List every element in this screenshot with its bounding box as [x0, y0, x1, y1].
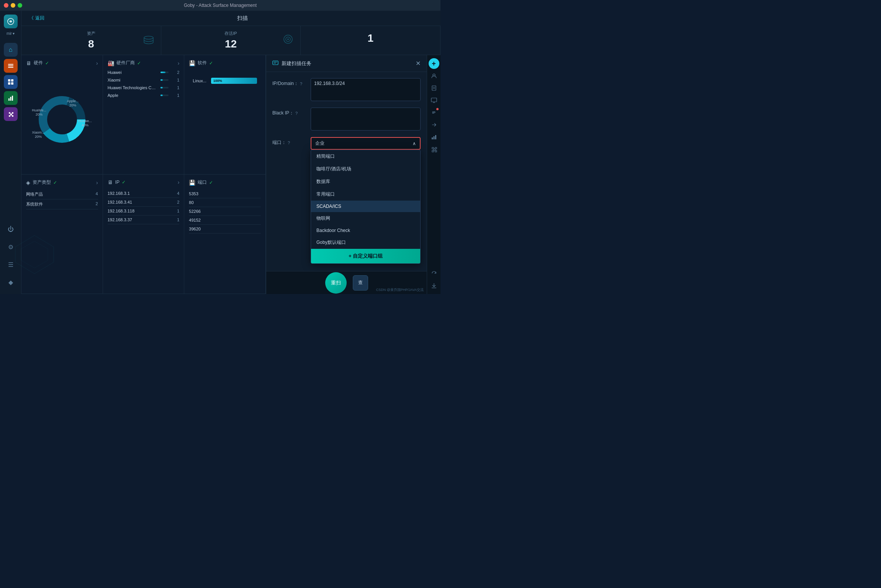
list-item: 49152: [189, 216, 261, 225]
port-option-goby-default[interactable]: Goby默认端口: [311, 236, 420, 249]
back-button[interactable]: 《 返回: [29, 15, 44, 21]
vendor-icon: 🏭: [108, 60, 114, 66]
port-title: 💾 端口 ✓: [189, 179, 213, 186]
ip-domain-textarea[interactable]: 192.168.3.0/24: [311, 78, 421, 101]
port-option-scada[interactable]: SCADA/ICS: [311, 201, 420, 212]
close-panel-button[interactable]: ✕: [416, 60, 421, 67]
list-item: 192.168.3.118 1: [108, 207, 180, 216]
svg-text:40%: 40%: [82, 123, 88, 127]
software-item: Linux... 100%: [193, 78, 257, 84]
close-button[interactable]: [4, 3, 8, 8]
main-header: 《 返回 扫描: [21, 11, 440, 26]
svg-text:Huawe...: Huawe...: [78, 119, 92, 123]
stat-assets-label: 资产: [87, 31, 95, 36]
add-port-group-button[interactable]: + 自定义端口组: [311, 249, 420, 263]
svg-rect-4: [8, 79, 10, 82]
black-ip-help-icon[interactable]: ?: [295, 111, 298, 116]
far-right-ip-icon[interactable]: IP: [429, 107, 439, 118]
rescan-button[interactable]: 重扫: [325, 272, 347, 294]
far-right-download-icon[interactable]: [429, 280, 439, 291]
far-right-refresh-icon[interactable]: [429, 268, 439, 279]
svg-rect-31: [432, 86, 436, 90]
asset-type-icon: ◈: [26, 180, 30, 186]
watermark: CSDN @黄乔国PHP/JAVA交流: [376, 287, 424, 292]
far-right-arrows-icon[interactable]: [429, 119, 439, 130]
ip-arrow-icon[interactable]: ›: [178, 179, 180, 185]
sidebar-item-chart[interactable]: [4, 91, 18, 105]
svg-rect-2: [8, 65, 13, 66]
far-right-monitor-icon[interactable]: [429, 95, 439, 106]
port-select-button[interactable]: 企业 ∧: [311, 137, 421, 150]
far-right-puzzle-icon[interactable]: [429, 144, 439, 155]
port-option-iot[interactable]: 物联网: [311, 212, 420, 225]
stat-third: 1: [301, 26, 440, 55]
sidebar-item-layers[interactable]: [4, 59, 18, 73]
ip-list: 192.168.3.1 4 192.168.3.41 2 192.168.3.1…: [108, 189, 180, 224]
sidebar-item-grid[interactable]: [4, 75, 18, 89]
list-item: 系统软件 2: [26, 199, 98, 209]
list-item: Huawei Technologies Co... 1: [108, 85, 180, 90]
list-item: 192.168.3.41 2: [108, 198, 180, 207]
black-ip-input-area: [311, 108, 421, 132]
far-right-doc-icon[interactable]: [429, 83, 439, 93]
black-ip-textarea[interactable]: [311, 108, 421, 131]
port-help-icon[interactable]: ?: [288, 140, 290, 145]
menu-icon[interactable]: ☰: [4, 258, 18, 271]
svg-rect-3: [8, 67, 13, 68]
svg-rect-5: [11, 79, 13, 82]
query-button[interactable]: 查: [353, 275, 368, 291]
svg-rect-27: [273, 61, 278, 65]
software-list: Linux... 100%: [189, 70, 261, 95]
vendor-list: Huawei 2 Xiaomi 1 Huawei Technologies Co…: [108, 70, 180, 98]
far-right-bar: +: [427, 55, 440, 294]
ip-panel: 🖥 IP ✓ › 192.168.3.1 4 192.168.3.41: [103, 175, 185, 294]
vendor-arrow-icon[interactable]: ›: [178, 60, 180, 66]
maximize-button[interactable]: [18, 3, 22, 8]
asset-type-arrow-icon[interactable]: ›: [96, 180, 98, 186]
sidebar-item-puzzle[interactable]: [4, 107, 18, 121]
donut-container: Apple... 20% HuaWe... 20% Huawe... 40% X…: [26, 70, 98, 168]
port-option-backdoor[interactable]: Backdoor Check: [311, 225, 420, 236]
asset-type-title: ◈ 资产类型 ✓: [26, 179, 57, 186]
far-right-bottom: [429, 268, 439, 291]
new-scan-panel: 新建扫描任务 ✕ IP/Domain： ? 192.168.3.0/24: [266, 55, 427, 294]
assets-icon: [142, 33, 155, 48]
svg-rect-39: [435, 135, 436, 139]
list-item: 5353: [189, 189, 261, 198]
shield-icon[interactable]: ◆: [4, 275, 18, 289]
list-item: Apple 1: [108, 93, 180, 98]
list-item: 网络产品 4: [26, 189, 98, 199]
hardware-vendor-panel: 🏭 硬件厂商 ✓ › Huawei 2 Xiaomi: [103, 55, 185, 175]
settings-icon[interactable]: ⚙: [4, 240, 18, 254]
svg-rect-9: [10, 97, 11, 101]
ip-domain-row: IP/Domain： ? 192.168.3.0/24: [272, 78, 421, 102]
user-menu[interactable]: mir ▾: [7, 31, 15, 36]
new-scan-form: IP/Domain： ? 192.168.3.0/24 Black IP： ?: [266, 72, 427, 271]
asset-type-check-icon: ✓: [53, 180, 57, 185]
hardware-arrow-icon[interactable]: ›: [96, 60, 98, 66]
svg-point-14: [287, 38, 289, 40]
far-right-plus-icon[interactable]: +: [429, 58, 439, 69]
far-right-barchart-icon[interactable]: [429, 132, 439, 142]
list-item: 192.168.3.37 1: [108, 216, 180, 224]
new-scan-header: 新建扫描任务 ✕: [266, 55, 427, 72]
software-panel-header: 💾 软件 ✓: [189, 60, 261, 66]
ip-check-icon: ✓: [122, 180, 126, 185]
chevron-up-icon: ∧: [413, 141, 416, 146]
ip-help-icon[interactable]: ?: [300, 82, 302, 86]
port-option-database[interactable]: 数据库: [311, 175, 420, 188]
sidebar-item-home[interactable]: ⌂: [4, 43, 18, 57]
minimize-button[interactable]: [11, 3, 15, 8]
black-ip-row: Black IP： ?: [272, 108, 421, 132]
hardware-panel: 🖥 硬件 ✓ ›: [21, 55, 103, 175]
power-icon[interactable]: ⏻: [4, 222, 18, 236]
titlebar-buttons: [4, 3, 22, 8]
ip-title: 🖥 IP ✓: [108, 179, 126, 185]
port-option-cafe[interactable]: 咖啡厅/酒店/机场: [311, 163, 420, 175]
far-right-user-icon[interactable]: [429, 70, 439, 81]
sidebar-bottom: ⏻ ⚙ ☰ ◆: [4, 221, 18, 290]
port-option-common[interactable]: 常用端口: [311, 188, 420, 201]
port-option-jijian[interactable]: 精简端口: [311, 150, 420, 163]
asset-type-panel-header: ◈ 资产类型 ✓ ›: [26, 179, 98, 186]
app-logo: [4, 15, 18, 28]
